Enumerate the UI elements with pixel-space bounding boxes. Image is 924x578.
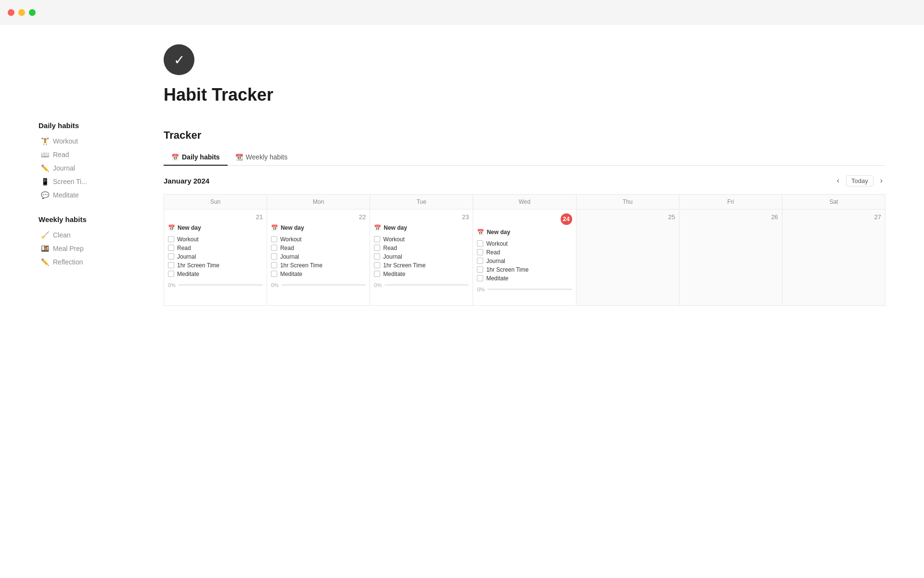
habit-label-journal-22: Journal <box>280 253 299 260</box>
prev-button[interactable]: ‹ <box>834 175 842 186</box>
habit-row-read-22[interactable]: Read <box>271 244 366 252</box>
content-area: ✓ Habit Tracker Tracker 📅 Daily habits 📆… <box>164 44 886 559</box>
checkbox-screen-23[interactable] <box>374 262 380 268</box>
checkbox-read-22[interactable] <box>271 245 277 251</box>
progress-label-24: 0% <box>477 287 485 292</box>
checkbox-workout-23[interactable] <box>374 236 380 242</box>
habit-row-meditate-23[interactable]: Meditate <box>374 270 469 278</box>
habit-row-workout-21[interactable]: Workout <box>168 235 263 244</box>
sidebar-item-meditate[interactable]: 💬 Meditate <box>38 188 135 202</box>
habit-row-meditate-24[interactable]: Meditate <box>477 274 572 283</box>
progress-label-22: 0% <box>271 282 279 288</box>
habit-label-meditate-23: Meditate <box>383 271 405 277</box>
sidebar-item-screen-time-label: Screen Ti... <box>53 178 87 185</box>
day-number-22: 22 <box>359 213 366 221</box>
workout-icon: 🏋 <box>40 137 49 145</box>
sidebar-item-reflection[interactable]: ✏️ Reflection <box>38 255 135 269</box>
checkbox-workout-24[interactable] <box>477 240 483 247</box>
day-header-tue: Tue <box>370 195 473 210</box>
calendar-grid: Sun Mon Tue Wed Thu Fri Sat 21 📅 New day <box>164 194 886 306</box>
new-day-label-21: 📅 New day <box>168 224 263 231</box>
habit-label-screen-23: 1hr Screen Time <box>383 262 425 269</box>
habit-label-screen-21: 1hr Screen Time <box>177 262 219 269</box>
habit-row-read-23[interactable]: Read <box>374 244 469 252</box>
habit-label-workout-21: Workout <box>177 236 198 243</box>
checkbox-screen-24[interactable] <box>477 266 483 273</box>
habit-row-meditate-21[interactable]: Meditate <box>168 270 263 278</box>
habit-label-meditate-21: Meditate <box>177 271 199 277</box>
sidebar-item-workout[interactable]: 🏋 Workout <box>38 134 135 148</box>
habit-label-read-23: Read <box>383 245 397 251</box>
checkbox-read-23[interactable] <box>374 245 380 251</box>
habit-row-read-21[interactable]: Read <box>168 244 263 252</box>
checkbox-meditate-21[interactable] <box>168 271 174 277</box>
tracker-tabs: 📅 Daily habits 📆 Weekly habits <box>164 149 886 166</box>
habit-row-screen-24[interactable]: 1hr Screen Time <box>477 265 572 274</box>
new-day-label-23: 📅 New day <box>374 224 469 231</box>
day-header-fri: Fri <box>680 195 783 210</box>
sidebar-item-meditate-label: Meditate <box>53 191 79 199</box>
checkbox-workout-21[interactable] <box>168 236 174 242</box>
habit-row-journal-22[interactable]: Journal <box>271 252 366 261</box>
habit-row-workout-23[interactable]: Workout <box>374 235 469 244</box>
habit-row-screen-21[interactable]: 1hr Screen Time <box>168 261 263 270</box>
sidebar-item-clean[interactable]: 🧹 Clean <box>38 228 135 242</box>
checkbox-workout-22[interactable] <box>271 236 277 242</box>
day-cell-26: 26 <box>680 210 783 306</box>
sidebar-item-read[interactable]: 📖 Read <box>38 148 135 161</box>
habit-label-meditate-24: Meditate <box>486 275 508 282</box>
habit-row-workout-24[interactable]: Workout <box>477 239 572 248</box>
checkbox-journal-24[interactable] <box>477 258 483 264</box>
sidebar-item-journal[interactable]: ✏️ Journal <box>38 161 135 175</box>
tab-weekly-habits[interactable]: 📆 Weekly habits <box>228 149 295 166</box>
habit-row-meditate-22[interactable]: Meditate <box>271 270 366 278</box>
habit-label-screen-24: 1hr Screen Time <box>486 266 528 273</box>
habit-row-screen-22[interactable]: 1hr Screen Time <box>271 261 366 270</box>
habit-row-read-24[interactable]: Read <box>477 248 572 257</box>
sidebar-item-reflection-label: Reflection <box>53 258 83 266</box>
day-cell-27: 27 <box>783 210 886 306</box>
checkbox-read-21[interactable] <box>168 245 174 251</box>
day-cell-22: 22 📅 New day Workout Read <box>267 210 370 306</box>
habit-label-screen-22: 1hr Screen Time <box>280 262 322 269</box>
journal-icon: ✏️ <box>40 164 49 172</box>
checkbox-journal-23[interactable] <box>374 253 380 260</box>
traffic-light-yellow[interactable] <box>18 9 25 16</box>
habit-row-journal-24[interactable]: Journal <box>477 257 572 265</box>
checkbox-journal-22[interactable] <box>271 253 277 260</box>
day-number-23: 23 <box>462 213 469 221</box>
progress-section-21: 0% <box>168 282 263 288</box>
sidebar-item-clean-label: Clean <box>53 231 71 239</box>
checkbox-screen-22[interactable] <box>271 262 277 268</box>
today-button[interactable]: Today <box>846 175 873 186</box>
day-header-mon: Mon <box>267 195 370 210</box>
habit-label-journal-23: Journal <box>383 253 402 260</box>
weekly-habits-section: Weekly habits 🧹 Clean 🍱 Meal Prep ✏️ Ref… <box>38 215 135 269</box>
checkbox-meditate-23[interactable] <box>374 271 380 277</box>
daily-habits-heading: Daily habits <box>38 121 135 130</box>
tracker-section: Tracker 📅 Daily habits 📆 Weekly habits J… <box>164 129 886 306</box>
tab-daily-habits[interactable]: 📅 Daily habits <box>164 149 228 166</box>
sidebar-item-meal-prep[interactable]: 🍱 Meal Prep <box>38 242 135 255</box>
traffic-light-green[interactable] <box>29 9 36 16</box>
day-number-25: 25 <box>668 213 675 221</box>
day-cell-23: 23 📅 New day Workout Read <box>370 210 473 306</box>
checkbox-journal-21[interactable] <box>168 253 174 260</box>
sidebar-item-screen-time[interactable]: 📱 Screen Ti... <box>38 175 135 188</box>
progress-section-23: 0% <box>374 282 469 288</box>
checkbox-screen-21[interactable] <box>168 262 174 268</box>
traffic-light-red[interactable] <box>8 9 14 16</box>
checkbox-meditate-24[interactable] <box>477 275 483 281</box>
habit-row-journal-21[interactable]: Journal <box>168 252 263 261</box>
habit-row-screen-23[interactable]: 1hr Screen Time <box>374 261 469 270</box>
next-button[interactable]: › <box>877 175 886 186</box>
day-header-sat: Sat <box>783 195 886 210</box>
tab-daily-icon: 📅 <box>171 154 179 161</box>
clean-icon: 🧹 <box>40 231 49 239</box>
checkbox-meditate-22[interactable] <box>271 271 277 277</box>
habit-label-read-24: Read <box>486 249 500 256</box>
habit-row-workout-22[interactable]: Workout <box>271 235 366 244</box>
new-day-label-22: 📅 New day <box>271 224 366 231</box>
checkbox-read-24[interactable] <box>477 249 483 255</box>
habit-row-journal-23[interactable]: Journal <box>374 252 469 261</box>
